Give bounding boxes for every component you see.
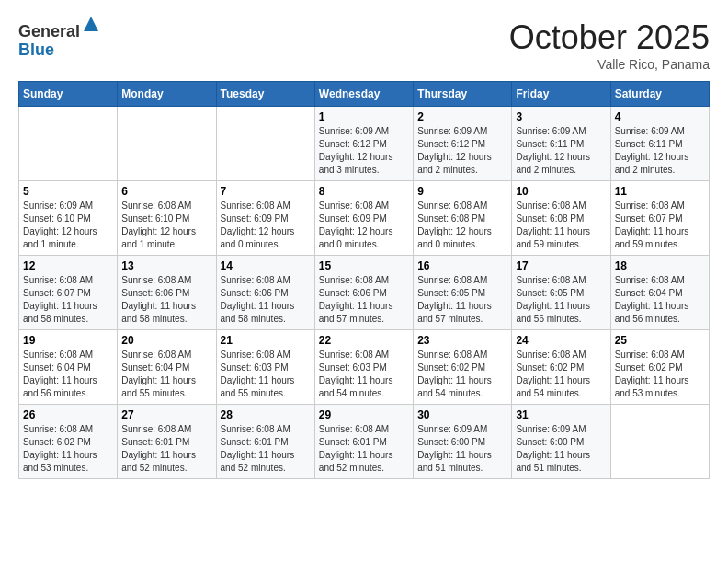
day-info: Sunrise: 6:08 AMSunset: 6:04 PMDaylight:… xyxy=(121,349,211,400)
calendar-cell: 31Sunrise: 6:09 AMSunset: 6:00 PMDayligh… xyxy=(512,405,610,479)
day-info: Sunrise: 6:08 AMSunset: 6:01 PMDaylight:… xyxy=(221,423,311,475)
day-number: 18 xyxy=(615,259,705,272)
calendar-header-row: SundayMondayTuesdayWednesdayThursdayFrid… xyxy=(19,82,710,107)
calendar-cell xyxy=(216,107,314,181)
calendar-cell: 10Sunrise: 6:08 AMSunset: 6:08 PMDayligh… xyxy=(512,181,610,256)
day-info: Sunrise: 6:08 AMSunset: 6:03 PMDaylight:… xyxy=(319,349,409,400)
day-number: 23 xyxy=(417,334,507,347)
day-info: Sunrise: 6:09 AMSunset: 6:12 PMDaylight:… xyxy=(417,125,507,177)
day-info: Sunrise: 6:08 AMSunset: 6:06 PMDaylight:… xyxy=(121,274,211,326)
month-title: October 2025 xyxy=(509,18,710,57)
calendar-cell: 6Sunrise: 6:08 AMSunset: 6:10 PMDaylight… xyxy=(118,181,216,256)
day-info: Sunrise: 6:09 AMSunset: 6:11 PMDaylight:… xyxy=(615,125,705,177)
day-number: 11 xyxy=(615,185,705,198)
day-number: 1 xyxy=(319,110,409,123)
day-number: 28 xyxy=(221,408,311,421)
day-header-monday: Monday xyxy=(118,82,216,107)
logo-general: General xyxy=(18,22,80,40)
day-number: 4 xyxy=(615,110,705,123)
day-header-wednesday: Wednesday xyxy=(314,82,413,107)
day-header-friday: Friday xyxy=(512,82,610,107)
calendar-cell: 24Sunrise: 6:08 AMSunset: 6:02 PMDayligh… xyxy=(512,330,610,405)
calendar-cell: 13Sunrise: 6:08 AMSunset: 6:06 PMDayligh… xyxy=(118,256,216,330)
calendar-cell: 15Sunrise: 6:08 AMSunset: 6:06 PMDayligh… xyxy=(314,256,413,330)
day-number: 19 xyxy=(23,334,113,347)
calendar-week-2: 12Sunrise: 6:08 AMSunset: 6:07 PMDayligh… xyxy=(19,256,710,330)
day-info: Sunrise: 6:08 AMSunset: 6:02 PMDaylight:… xyxy=(615,349,705,400)
day-info: Sunrise: 6:09 AMSunset: 6:00 PMDaylight:… xyxy=(417,423,507,475)
day-info: Sunrise: 6:08 AMSunset: 6:06 PMDaylight:… xyxy=(319,274,409,326)
calendar-cell xyxy=(118,107,216,181)
day-info: Sunrise: 6:08 AMSunset: 6:09 PMDaylight:… xyxy=(319,200,409,251)
calendar-cell: 4Sunrise: 6:09 AMSunset: 6:11 PMDaylight… xyxy=(610,107,709,181)
calendar-week-0: 1Sunrise: 6:09 AMSunset: 6:12 PMDaylight… xyxy=(19,107,710,181)
calendar-cell: 20Sunrise: 6:08 AMSunset: 6:04 PMDayligh… xyxy=(118,330,216,405)
day-number: 16 xyxy=(417,259,507,272)
day-number: 30 xyxy=(417,408,507,421)
day-header-saturday: Saturday xyxy=(610,82,709,107)
day-info: Sunrise: 6:08 AMSunset: 6:02 PMDaylight:… xyxy=(417,349,507,400)
calendar-cell: 18Sunrise: 6:08 AMSunset: 6:04 PMDayligh… xyxy=(610,256,709,330)
day-header-thursday: Thursday xyxy=(414,82,512,107)
calendar-cell: 14Sunrise: 6:08 AMSunset: 6:06 PMDayligh… xyxy=(216,256,314,330)
day-number: 13 xyxy=(121,259,211,272)
day-number: 21 xyxy=(221,334,311,347)
calendar-cell: 1Sunrise: 6:09 AMSunset: 6:12 PMDaylight… xyxy=(314,107,413,181)
calendar-cell: 17Sunrise: 6:08 AMSunset: 6:05 PMDayligh… xyxy=(512,256,610,330)
day-number: 24 xyxy=(516,334,606,347)
day-number: 29 xyxy=(319,408,409,421)
calendar-week-1: 5Sunrise: 6:09 AMSunset: 6:10 PMDaylight… xyxy=(19,181,710,256)
calendar-cell: 29Sunrise: 6:08 AMSunset: 6:01 PMDayligh… xyxy=(314,405,413,479)
day-number: 17 xyxy=(516,259,606,272)
day-info: Sunrise: 6:09 AMSunset: 6:12 PMDaylight:… xyxy=(319,125,409,177)
calendar-cell: 8Sunrise: 6:08 AMSunset: 6:09 PMDaylight… xyxy=(314,181,413,256)
calendar-cell: 30Sunrise: 6:09 AMSunset: 6:00 PMDayligh… xyxy=(414,405,512,479)
day-number: 6 xyxy=(121,185,211,198)
calendar-cell xyxy=(610,405,709,479)
calendar-cell: 7Sunrise: 6:08 AMSunset: 6:09 PMDaylight… xyxy=(216,181,314,256)
day-info: Sunrise: 6:08 AMSunset: 6:05 PMDaylight:… xyxy=(516,274,606,326)
location-subtitle: Valle Rico, Panama xyxy=(509,57,710,72)
day-info: Sunrise: 6:09 AMSunset: 6:00 PMDaylight:… xyxy=(516,423,606,475)
day-info: Sunrise: 6:08 AMSunset: 6:01 PMDaylight:… xyxy=(319,423,409,475)
day-info: Sunrise: 6:08 AMSunset: 6:05 PMDaylight:… xyxy=(417,274,507,326)
day-number: 9 xyxy=(417,185,507,198)
day-info: Sunrise: 6:08 AMSunset: 6:09 PMDaylight:… xyxy=(221,200,311,251)
calendar-cell: 28Sunrise: 6:08 AMSunset: 6:01 PMDayligh… xyxy=(216,405,314,479)
day-info: Sunrise: 6:09 AMSunset: 6:10 PMDaylight:… xyxy=(23,200,113,251)
logo: General Blue xyxy=(18,18,100,60)
calendar-cell: 11Sunrise: 6:08 AMSunset: 6:07 PMDayligh… xyxy=(610,181,709,256)
day-info: Sunrise: 6:09 AMSunset: 6:11 PMDaylight:… xyxy=(516,125,606,177)
day-number: 3 xyxy=(516,110,606,123)
day-info: Sunrise: 6:08 AMSunset: 6:01 PMDaylight:… xyxy=(121,423,211,475)
day-number: 22 xyxy=(319,334,409,347)
day-info: Sunrise: 6:08 AMSunset: 6:04 PMDaylight:… xyxy=(23,349,113,400)
day-info: Sunrise: 6:08 AMSunset: 6:07 PMDaylight:… xyxy=(615,200,705,251)
svg-marker-0 xyxy=(84,17,98,31)
calendar-cell: 2Sunrise: 6:09 AMSunset: 6:12 PMDaylight… xyxy=(414,107,512,181)
day-number: 15 xyxy=(319,259,409,272)
day-info: Sunrise: 6:08 AMSunset: 6:08 PMDaylight:… xyxy=(417,200,507,251)
calendar-body: 1Sunrise: 6:09 AMSunset: 6:12 PMDaylight… xyxy=(19,107,710,479)
calendar-cell: 12Sunrise: 6:08 AMSunset: 6:07 PMDayligh… xyxy=(19,256,118,330)
calendar-cell: 3Sunrise: 6:09 AMSunset: 6:11 PMDaylight… xyxy=(512,107,610,181)
calendar-cell: 23Sunrise: 6:08 AMSunset: 6:02 PMDayligh… xyxy=(414,330,512,405)
day-info: Sunrise: 6:08 AMSunset: 6:03 PMDaylight:… xyxy=(221,349,311,400)
calendar-week-3: 19Sunrise: 6:08 AMSunset: 6:04 PMDayligh… xyxy=(19,330,710,405)
calendar-cell: 5Sunrise: 6:09 AMSunset: 6:10 PMDaylight… xyxy=(19,181,118,256)
day-number: 26 xyxy=(23,408,113,421)
day-header-tuesday: Tuesday xyxy=(216,82,314,107)
day-info: Sunrise: 6:08 AMSunset: 6:02 PMDaylight:… xyxy=(23,423,113,475)
day-info: Sunrise: 6:08 AMSunset: 6:04 PMDaylight:… xyxy=(615,274,705,326)
logo-blue: Blue xyxy=(18,40,54,59)
calendar-cell xyxy=(19,107,118,181)
logo-icon xyxy=(82,15,100,33)
day-info: Sunrise: 6:08 AMSunset: 6:10 PMDaylight:… xyxy=(121,200,211,251)
calendar-cell: 27Sunrise: 6:08 AMSunset: 6:01 PMDayligh… xyxy=(118,405,216,479)
calendar-cell: 22Sunrise: 6:08 AMSunset: 6:03 PMDayligh… xyxy=(314,330,413,405)
day-number: 7 xyxy=(221,185,311,198)
day-number: 12 xyxy=(23,259,113,272)
day-header-sunday: Sunday xyxy=(19,82,118,107)
day-number: 10 xyxy=(516,185,606,198)
calendar-cell: 25Sunrise: 6:08 AMSunset: 6:02 PMDayligh… xyxy=(610,330,709,405)
